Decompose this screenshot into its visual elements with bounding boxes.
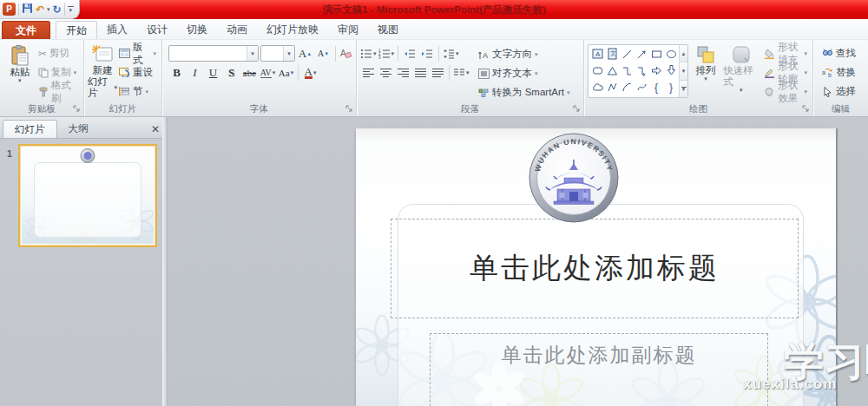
smartart-dropdown-icon[interactable]: ▾: [567, 89, 570, 96]
shape-effects-dropdown-icon[interactable]: ▾: [804, 88, 807, 95]
shape-arc-icon[interactable]: [620, 79, 635, 95]
tab-animations[interactable]: 动画: [217, 21, 257, 39]
shape-line-icon[interactable]: [620, 46, 635, 62]
shape-right-arrow-icon[interactable]: [649, 62, 664, 79]
undo-dropdown-icon[interactable]: ▾: [47, 6, 50, 13]
format-painter-button[interactable]: 格式刷: [36, 82, 80, 101]
line-spacing-button[interactable]: ▾: [443, 45, 459, 62]
reset-button[interactable]: 重设: [117, 63, 158, 82]
shapes-more-icon[interactable]: ▼: [680, 81, 687, 97]
shape-left-brace-icon[interactable]: {: [649, 79, 664, 95]
align-text-button[interactable]: 对齐文本 ▾: [477, 64, 572, 82]
shape-outline-dropdown-icon[interactable]: ▾: [804, 69, 807, 76]
font-name-combobox[interactable]: ▾: [168, 45, 259, 62]
quick-styles-button[interactable]: 快速样式 ▾: [723, 43, 759, 102]
change-case-button[interactable]: Aa▾: [278, 64, 294, 81]
tab-view[interactable]: 视图: [368, 21, 408, 39]
clear-formatting-icon[interactable]: A: [339, 48, 352, 59]
arrange-dropdown-icon[interactable]: ▾: [704, 76, 707, 82]
save-icon[interactable]: [22, 3, 33, 16]
columns-button[interactable]: ▾: [453, 64, 470, 81]
drawing-dialog-launcher-icon[interactable]: [802, 105, 811, 114]
tab-design[interactable]: 设计: [137, 21, 177, 39]
panel-close-icon[interactable]: ✕: [151, 124, 160, 134]
shape-vertical-textbox-icon[interactable]: 文: [605, 46, 620, 62]
strikethrough-button[interactable]: abe: [241, 64, 258, 81]
shape-arrow-icon[interactable]: [635, 46, 649, 62]
italic-button[interactable]: I: [187, 64, 203, 81]
panel-tab-slides[interactable]: 幻灯片: [3, 120, 57, 138]
font-dialog-launcher-icon[interactable]: [345, 105, 354, 114]
paragraph-dialog-launcher-icon[interactable]: [573, 105, 582, 114]
tab-review[interactable]: 审阅: [328, 21, 368, 39]
panel-splitter[interactable]: [162, 117, 168, 406]
tab-transitions[interactable]: 切换: [177, 21, 217, 39]
convert-to-smartart-button[interactable]: 转换为 SmartArt ▾: [477, 83, 572, 102]
clipboard-dialog-launcher-icon[interactable]: [73, 105, 82, 114]
shape-oval-icon[interactable]: [664, 46, 679, 62]
shape-right-brace-icon[interactable]: }: [664, 79, 679, 95]
powerpoint-app-icon[interactable]: P: [3, 3, 16, 16]
shape-elbow-arrow-connector-icon[interactable]: [635, 62, 649, 79]
align-left-button[interactable]: [360, 64, 376, 81]
increase-indent-button[interactable]: [419, 45, 435, 62]
shapes-scroll-up-icon[interactable]: ▲: [680, 45, 687, 62]
shape-freeform-icon[interactable]: [605, 79, 620, 95]
replace-button[interactable]: ab 替换: [820, 63, 858, 82]
shape-rounded-rectangle-icon[interactable]: [590, 62, 605, 79]
section-button[interactable]: 节 ▾: [117, 82, 158, 101]
shape-triangle-icon[interactable]: [605, 62, 620, 79]
font-color-button[interactable]: A▾: [302, 64, 319, 81]
layout-button[interactable]: 版式 ▾: [117, 44, 158, 62]
text-shadow-button[interactable]: S: [223, 64, 240, 81]
cut-button[interactable]: ✂ 剪切: [36, 44, 80, 62]
character-spacing-button[interactable]: AV▾: [260, 64, 276, 81]
tab-slideshow[interactable]: 幻灯片放映: [257, 21, 328, 39]
decrease-indent-button[interactable]: [402, 45, 418, 62]
copy-dropdown-icon[interactable]: ▾: [74, 69, 77, 76]
section-dropdown-icon[interactable]: ▾: [146, 88, 149, 95]
tab-file[interactable]: 文件: [2, 21, 50, 39]
shape-cloud-icon[interactable]: [590, 79, 605, 95]
layout-dropdown-icon[interactable]: ▾: [153, 50, 156, 57]
quick-styles-dropdown-icon[interactable]: ▾: [740, 88, 743, 93]
subtitle-placeholder[interactable]: 单击此处添加副标题: [430, 333, 768, 406]
shrink-font-button[interactable]: A▼: [315, 45, 332, 62]
text-direction-button[interactable]: A 文字方向 ▾: [477, 45, 572, 63]
customize-quick-access-icon[interactable]: ▾: [68, 6, 74, 12]
font-name-dropdown-icon[interactable]: ▾: [247, 46, 258, 61]
font-size-dropdown-icon[interactable]: ▾: [283, 46, 294, 61]
select-button[interactable]: 选择: [820, 82, 858, 101]
numbering-button[interactable]: 123 ▾: [378, 45, 395, 62]
shape-fill-dropdown-icon[interactable]: ▾: [804, 50, 807, 57]
text-direction-dropdown-icon[interactable]: ▾: [535, 51, 538, 58]
shape-rectangle-icon[interactable]: [649, 46, 664, 62]
shape-elbow-connector-icon[interactable]: [620, 62, 635, 79]
new-slide-button[interactable]: 新建 幻灯片▾: [88, 43, 117, 102]
bullets-button[interactable]: ▾: [360, 45, 377, 62]
paste-button[interactable]: 粘贴 ▾: [3, 43, 36, 102]
tab-home[interactable]: 开始: [56, 21, 97, 39]
shape-down-arrow-icon[interactable]: [664, 62, 679, 79]
find-button[interactable]: 查找: [820, 44, 858, 62]
shape-effects-button[interactable]: 形状效果 ▾: [762, 82, 809, 101]
shapes-scroll-down-icon[interactable]: ▼: [680, 62, 687, 80]
align-right-button[interactable]: [395, 64, 411, 81]
redo-icon[interactable]: ↻: [53, 3, 62, 16]
slide-thumbnail[interactable]: [18, 144, 157, 247]
shape-curve-icon[interactable]: [635, 79, 649, 95]
undo-icon[interactable]: ↶: [36, 3, 44, 16]
underline-button[interactable]: U: [205, 64, 221, 81]
align-text-dropdown-icon[interactable]: ▾: [535, 70, 538, 77]
grow-font-button[interactable]: A▲: [297, 45, 313, 62]
title-placeholder[interactable]: 单击此处添加标题: [391, 219, 799, 318]
bold-button[interactable]: B: [168, 64, 185, 81]
distribute-text-button[interactable]: [430, 64, 445, 81]
arrange-button[interactable]: 排列 ▾: [692, 43, 720, 102]
tab-insert[interactable]: 插入: [97, 21, 137, 39]
paste-dropdown-icon[interactable]: ▾: [18, 78, 22, 83]
align-center-button[interactable]: [378, 64, 393, 81]
shape-textbox-icon[interactable]: A: [590, 46, 605, 62]
justify-button[interactable]: [412, 64, 428, 81]
panel-tab-outline[interactable]: 大纲: [57, 120, 100, 138]
